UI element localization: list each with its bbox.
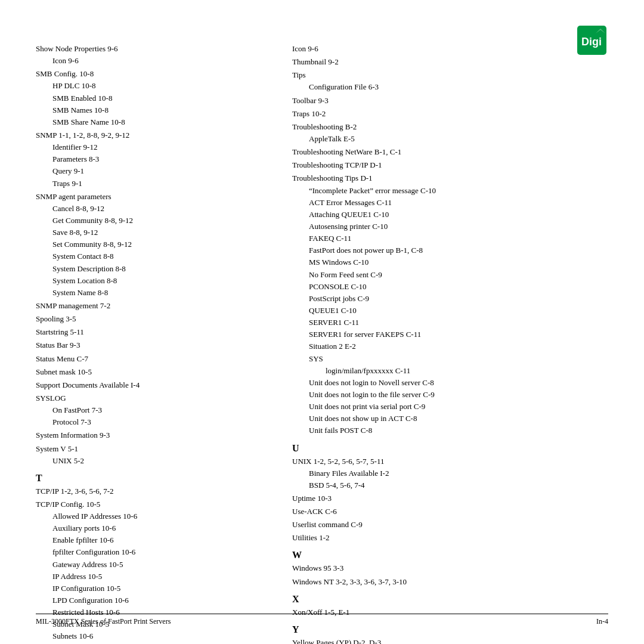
- index-entry: Cancel 8-8, 9-12: [36, 203, 280, 215]
- index-entry: System V 5-1: [36, 443, 280, 455]
- index-entry: Identifier 9-12: [36, 141, 280, 153]
- index-content: Show Node Properties 9-6Icon 9-6SMB Conf…: [36, 42, 608, 644]
- index-entry: Troubleshooting B-2: [292, 121, 608, 133]
- index-entry: HP DLC 10-8: [36, 80, 280, 92]
- index-entry: IP Address 10-5: [36, 571, 280, 583]
- index-entry: login/milan/fpxxxxxx C-11: [292, 365, 608, 377]
- index-entry: Subnet mask 10-5: [36, 366, 280, 378]
- index-entry: On FastPort 7-3: [36, 404, 280, 416]
- index-entry: Troubleshooting TCP/IP D-1: [292, 159, 608, 171]
- index-entry: Unit does not show up in ACT C-8: [292, 413, 608, 425]
- index-entry: Traps 9-1: [36, 178, 280, 190]
- index-entry: Troubleshooting Tips D-1: [292, 172, 608, 184]
- index-entry: LPD Configuration 10-6: [36, 595, 280, 606]
- index-entry: Unit does not print via serial port C-9: [292, 401, 608, 413]
- index-entry: Autosensing printer C-10: [292, 221, 608, 233]
- index-entry: PostScript jobs C-9: [292, 293, 608, 305]
- left-column: Show Node Properties 9-6Icon 9-6SMB Conf…: [36, 42, 292, 644]
- index-entry: Protocol 7-3: [36, 416, 280, 428]
- index-entry: Get Community 8-8, 9-12: [36, 215, 280, 227]
- index-entry: X: [292, 594, 608, 605]
- index-entry: No Form Feed sent C-9: [292, 269, 608, 281]
- index-entry: SYSLOG: [36, 392, 280, 404]
- index-entry: Query 9-1: [36, 165, 280, 177]
- index-entry: Show Node Properties 9-6: [36, 43, 280, 55]
- index-entry: SYS: [292, 353, 608, 365]
- index-entry: Icon 9-6: [36, 55, 280, 67]
- index-entry: Windows NT 3-2, 3-3, 3-6, 3-7, 3-10: [292, 576, 608, 588]
- index-entry: T: [36, 473, 280, 484]
- index-entry: SERVER1 C-11: [292, 317, 608, 329]
- index-entry: SNMP agent parameters: [36, 191, 280, 203]
- index-entry: Unit does not login to Novell server C-8: [292, 377, 608, 389]
- index-entry: Parameters 8-3: [36, 153, 280, 165]
- index-entry: System Location 8-8: [36, 275, 280, 287]
- index-entry: Enable fpfilter 10-6: [36, 534, 280, 546]
- index-entry: MS Windows C-10: [292, 256, 608, 268]
- index-entry: fpfilter Configuration 10-6: [36, 546, 280, 558]
- index-entry: Set Community 8-8, 9-12: [36, 239, 280, 250]
- index-entry: AppleTalk E-5: [292, 133, 608, 145]
- index-entry: Traps 10-2: [292, 108, 608, 120]
- index-entry: Binary Files Available I-2: [292, 467, 608, 479]
- index-entry: Uptime 10-3: [292, 493, 608, 504]
- index-entry: IP Configuration 10-5: [36, 583, 280, 595]
- index-entry: Status Bar 9-3: [36, 339, 280, 351]
- index-entry: U: [292, 443, 608, 454]
- index-entry: Use-ACK C-6: [292, 506, 608, 518]
- index-entry: System Information 9-3: [36, 429, 280, 441]
- index-entry: ACT Error Messages C-11: [292, 197, 608, 209]
- index-entry: Troubleshooting NetWare B-1, C-1: [292, 146, 608, 158]
- index-entry: TCP/IP 1-2, 3-6, 5-6, 7-2: [36, 485, 280, 497]
- digi-logo: Digi: [575, 24, 608, 57]
- index-entry: FAKEQ C-11: [292, 233, 608, 244]
- index-entry: Unit fails POST C-8: [292, 425, 608, 436]
- footer-right: In-4: [596, 617, 608, 626]
- footer-left: MIL-3000FTX Series of FastPort Print Ser…: [36, 617, 171, 626]
- index-entry: System Description 8-8: [36, 263, 280, 275]
- index-entry: Attaching QUEUE1 C-10: [292, 209, 608, 221]
- index-entry: SMB Enabled 10-8: [36, 92, 280, 104]
- index-entry: Allowed IP Addresses 10-6: [36, 510, 280, 522]
- index-entry: Spooling 3-5: [36, 313, 280, 325]
- index-entry: Tips: [292, 69, 608, 81]
- index-entry: Unit does not login to the file server C…: [292, 389, 608, 401]
- footer: MIL-3000FTX Series of FastPort Print Ser…: [36, 614, 608, 626]
- index-entry: SNMP management 7-2: [36, 300, 280, 312]
- index-entry: Save 8-8, 9-12: [36, 227, 280, 239]
- index-entry: “Incomplete Packet” error message C-10: [292, 185, 608, 197]
- index-entry: Configuration File 6-3: [292, 81, 608, 93]
- index-entry: Thumbnail 9-2: [292, 56, 608, 68]
- index-entry: UNIX 5-2: [36, 455, 280, 467]
- index-entry: UNIX 1-2, 5-2, 5-6, 5-7, 5-11: [292, 456, 608, 467]
- index-entry: Auxiliary ports 10-6: [36, 522, 280, 534]
- index-entry: FastPort does not power up B-1, C-8: [292, 244, 608, 256]
- index-entry: Toolbar 9-3: [292, 95, 608, 107]
- index-entry: Userlist command C-9: [292, 519, 608, 531]
- index-entry: Yellow Pages (YP) D-2, D-3: [292, 637, 608, 644]
- index-entry: TCP/IP Config. 10-5: [36, 499, 280, 510]
- right-column: Icon 9-6Thumbnail 9-2TipsConfiguration F…: [292, 42, 608, 644]
- index-entry: System Name 8-8: [36, 287, 280, 299]
- index-entry: BSD 5-4, 5-6, 7-4: [292, 479, 608, 491]
- index-entry: SNMP 1-1, 1-2, 8-8, 9-2, 9-12: [36, 129, 280, 141]
- index-entry: Situation 2 E-2: [292, 340, 608, 352]
- index-entry: SMB Config. 10-8: [36, 68, 280, 80]
- index-entry: SMB Names 10-8: [36, 104, 280, 116]
- index-entry: Subnets 10-6: [36, 630, 280, 642]
- index-entry: Startstring 5-11: [36, 326, 280, 338]
- index-entry: Windows 95 3-3: [292, 562, 608, 574]
- page: Digi Show Node Properties 9-6Icon 9-6SMB…: [0, 0, 644, 644]
- index-entry: System Contact 8-8: [36, 250, 280, 262]
- svg-text:Digi: Digi: [581, 36, 602, 48]
- index-entry: Utilities 1-2: [292, 532, 608, 544]
- index-entry: Icon 9-6: [292, 43, 608, 55]
- index-entry: QUEUE1 C-10: [292, 305, 608, 317]
- index-entry: SMB Share Name 10-8: [36, 116, 280, 128]
- index-entry: W: [292, 550, 608, 561]
- index-entry: Status Menu C-7: [36, 353, 280, 365]
- index-entry: Support Documents Available I-4: [36, 379, 280, 391]
- index-entry: PCONSOLE C-10: [292, 281, 608, 293]
- index-entry: Gateway Address 10-5: [36, 559, 280, 571]
- index-entry: SERVER1 for server FAKEPS C-11: [292, 329, 608, 340]
